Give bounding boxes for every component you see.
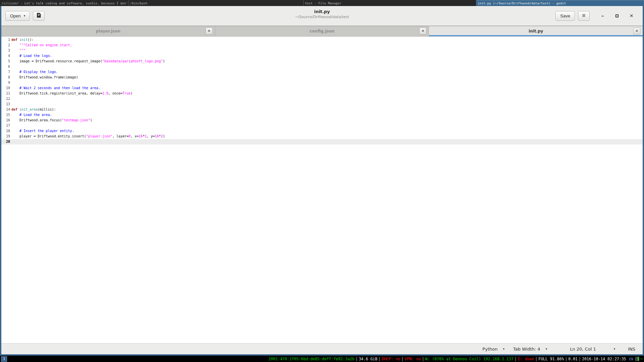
status-segment: 2016-10-14 02:27:35 [582, 357, 626, 361]
close-icon: ✕ [421, 29, 424, 33]
maximize-button[interactable] [610, 13, 624, 18]
line-number: 15 [1, 112, 10, 118]
separator: | [535, 357, 537, 361]
separator: | [378, 357, 381, 361]
code-text [10, 102, 11, 107]
headerbar-title: init.py ~/Source/Driftwood/data/test [295, 9, 349, 19]
separator: | [515, 357, 517, 361]
code-line: 3 """ [1, 48, 643, 53]
wm-taskbar: /silicon/ - Let's talk coding and softwa… [0, 0, 644, 6]
status-segment: 2001:470:1f05:6bd:de85:deff:fe92:3a2b [269, 357, 355, 361]
line-number: 18 [1, 128, 10, 134]
code-line: 14def init_area(millis): [1, 107, 643, 112]
status-segment: W: (076% at Dennou Coil) 192.168.1.137 [425, 357, 514, 361]
language-dropdown[interactable]: Python ▾ [482, 347, 504, 352]
system-status-text: 2001:470:1f05:6bd:de85:deff:fe92:3a2b|34… [269, 357, 634, 361]
code-line: 6 [1, 64, 643, 69]
wm-window-title[interactable]: /bin/bash [129, 0, 304, 6]
code-text: Driftwood.window.frame(image) [10, 75, 78, 80]
workspace-indicator[interactable]: 1 [1, 356, 7, 362]
chevron-down-icon[interactable]: ▾ [614, 347, 615, 351]
line-number: 12 [1, 96, 10, 102]
tab-close-button[interactable]: ✕ [206, 27, 213, 35]
separator: | [401, 357, 404, 361]
tab-close-button[interactable]: ✕ [633, 27, 640, 35]
code-text: # Wait 2 seconds and then load the area. [10, 85, 100, 91]
system-tray: ✂ [635, 357, 643, 361]
line-number: 4 [1, 53, 10, 59]
code-line: 5 image = Driftwood.resource.request_ima… [1, 59, 643, 64]
tab-label: config.json [310, 29, 334, 34]
wm-window-title[interactable]: /silicon/ - Let's talk coding and softwa… [0, 0, 129, 6]
code-text: Driftwood.area.focus("testmap.json") [10, 118, 92, 123]
status-segment: E: down [518, 357, 534, 361]
separator: | [565, 357, 567, 361]
code-text [10, 80, 11, 85]
line-number: 20 [1, 139, 10, 144]
chevron-down-icon: ▾ [24, 14, 25, 17]
toolbar-right: Save ≡ – ✕ [555, 11, 639, 21]
gedit-headerbar: Open ▾ init.py ~/Source/Driftwood/data/t… [1, 6, 643, 26]
code-text: # Insert the player entity. [10, 128, 74, 134]
new-document-button[interactable] [33, 11, 45, 21]
minimize-button[interactable]: – [595, 13, 610, 18]
chevron-down-icon: ▾ [503, 347, 504, 351]
code-text: # Load the area. [10, 112, 52, 118]
document-path: ~/Source/Driftwood/data/test [295, 15, 349, 19]
line-number: 3 [1, 48, 10, 53]
tab-close-button[interactable]: ✕ [419, 27, 426, 35]
line-number: 2 [1, 43, 10, 48]
new-document-icon [36, 12, 42, 19]
tab-player-json[interactable]: player.json✕ [1, 26, 215, 36]
battery-indicator-icon[interactable] [635, 357, 639, 361]
line-number: 9 [1, 80, 10, 85]
code-line: 12 [1, 96, 643, 102]
save-button[interactable]: Save [555, 11, 575, 21]
code-line: 17 [1, 123, 643, 128]
wm-window-title[interactable]: test - File Manager [304, 0, 476, 6]
line-number: 6 [1, 64, 10, 69]
code-text [10, 96, 11, 102]
document-title: init.py [295, 9, 349, 14]
status-segment: EN [629, 357, 634, 361]
language-label: Python [482, 347, 497, 352]
separator: | [579, 357, 581, 361]
line-number: 17 [1, 123, 10, 128]
line-number: 8 [1, 75, 10, 80]
menu-button[interactable]: ≡ [578, 11, 590, 21]
tab-config-json[interactable]: config.json✕ [215, 26, 429, 36]
code-line: 15 # Load the area. [1, 112, 643, 118]
code-line: 16 Driftwood.area.focus("testmap.json") [1, 118, 643, 123]
line-number: 13 [1, 102, 10, 107]
tab-width-dropdown[interactable]: Tab Width: 4 ▾ [513, 347, 547, 352]
code-text [10, 139, 11, 144]
status-segment: FULL 91.86% [538, 357, 564, 361]
code-line: 20 [1, 139, 643, 144]
line-number: 19 [1, 134, 10, 139]
code-line: 19 player = Driftwood.entity.insert("pla… [1, 134, 643, 139]
scissors-icon[interactable]: ✂ [640, 357, 643, 361]
maximize-icon [615, 14, 619, 17]
insert-mode-indicator[interactable]: INS [628, 347, 635, 352]
code-line: 10 # Wait 2 seconds and then load the ar… [1, 85, 643, 91]
code-line: 1def init(): [1, 37, 643, 43]
chevron-down-icon: ▾ [546, 347, 547, 351]
code-text [10, 64, 11, 69]
code-text [10, 123, 11, 128]
text-editor[interactable]: 1def init():2 """Called on engine start.… [1, 37, 643, 343]
tab-init-py[interactable]: init.py✕ [429, 26, 643, 36]
line-number: 5 [1, 59, 10, 64]
line-number: 14 [1, 107, 10, 112]
close-window-button[interactable]: ✕ [624, 13, 639, 18]
wm-window-title[interactable]: init.py (~/Source/Driftwood/data/test) -… [476, 0, 644, 6]
code-line: 13 [1, 102, 643, 107]
screen: /silicon/ - Let's talk coding and softwa… [0, 0, 644, 362]
status-segment: DHCP: no [382, 357, 400, 361]
status-segment: 0.01 [568, 357, 578, 361]
code-text: """Called on engine start. [10, 43, 72, 48]
window-controls: – ✕ [595, 13, 639, 18]
status-segment: 34.6 GiB [359, 357, 377, 361]
open-button[interactable]: Open ▾ [5, 11, 30, 21]
code-line: 11 Driftwood.tick.register(init_area, de… [1, 91, 643, 96]
gedit-window: Open ▾ init.py ~/Source/Driftwood/data/t… [0, 6, 644, 356]
